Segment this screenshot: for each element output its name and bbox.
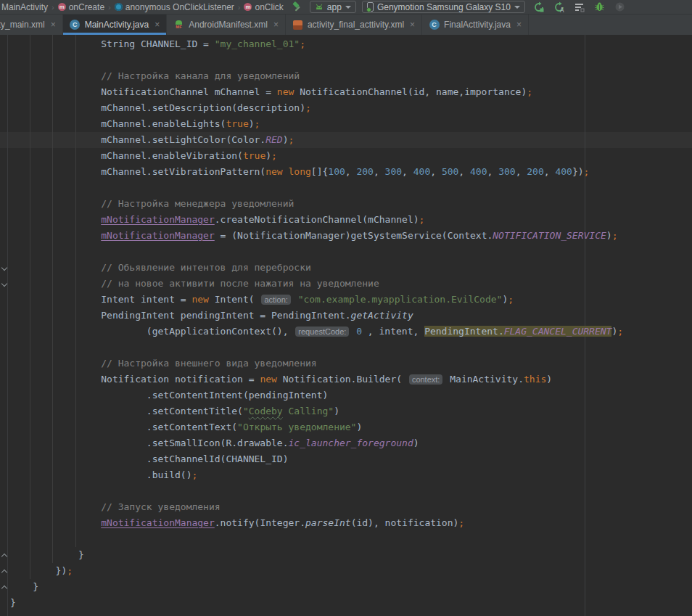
code-line[interactable]: }: [0, 547, 692, 563]
code-line[interactable]: mNotificationManager.notify(Integer.pars…: [0, 515, 692, 531]
fold-marker-icon[interactable]: [1, 552, 7, 558]
tab-label: FinalActtivity.java: [444, 20, 511, 30]
chevron-down-icon: [345, 6, 351, 9]
run-config-label: app: [327, 2, 342, 12]
code-line[interactable]: mChannel.setDescription(description);: [0, 100, 692, 116]
layout-xml-icon: [292, 20, 303, 30]
code-line[interactable]: // Запуск уведомления: [0, 499, 692, 515]
breadcrumb-label: onClick: [255, 2, 283, 12]
fold-marker-icon[interactable]: [1, 265, 7, 271]
device-phone-icon: [367, 2, 374, 12]
code-line[interactable]: mChannel.setVibrationPattern(new long[]{…: [0, 164, 692, 180]
code-editor[interactable]: String CHANNEL_ID = "my_channel_01"; // …: [0, 35, 692, 616]
code-line[interactable]: }: [0, 579, 692, 595]
code-line[interactable]: [0, 531, 692, 547]
code-line[interactable]: // Настройка канала для уведомлений: [0, 68, 692, 84]
code-line[interactable]: mNotificationManager = (NotificationMana…: [0, 228, 692, 244]
code-line[interactable]: });: [0, 563, 692, 579]
close-icon[interactable]: ×: [516, 20, 522, 30]
tab-FinalActtivity.java[interactable]: CFinalActtivity.java×: [422, 15, 529, 35]
code-line[interactable]: PendingIntent pendingIntent = PendingInt…: [0, 308, 692, 324]
method-icon: m: [58, 3, 66, 11]
breadcrumb-item[interactable]: monClick: [244, 2, 283, 12]
code-line[interactable]: }: [0, 595, 692, 611]
code-line[interactable]: // Настройка внешнего вида уведомления: [0, 356, 692, 371]
java-class-icon: C: [70, 20, 81, 30]
code-line[interactable]: [0, 244, 692, 260]
code-line[interactable]: [0, 483, 692, 499]
fold-marker-icon[interactable]: [1, 568, 7, 574]
code-line[interactable]: Intent intent = new Intent( action: "com…: [0, 292, 692, 308]
code-line[interactable]: (getApplicationContext(), requestCode: 0…: [0, 324, 692, 340]
tab-activity_final_acttivity.xml[interactable]: activity_final_acttivity.xml×: [286, 15, 422, 35]
breadcrumb-item[interactable]: monCreate: [58, 2, 104, 12]
code-area[interactable]: String CHANNEL_ID = "my_channel_01"; // …: [0, 36, 692, 611]
close-icon[interactable]: ×: [273, 20, 279, 30]
method-icon: m: [244, 3, 252, 11]
apply-code-changes-icon[interactable]: A: [553, 1, 566, 14]
code-line[interactable]: .setContentTitle("Codeby Calling"): [0, 403, 692, 419]
code-line[interactable]: // Настройка менеджера уведомлений: [0, 196, 692, 212]
toolbar-actions: A: [532, 1, 627, 14]
tab-label: AndroidManifest.xml: [189, 20, 268, 30]
editor-tab-bar: ity_main.xml×CMainActivity.java×MFAndroi…: [0, 15, 692, 35]
breadcrumb-separator: ›: [52, 3, 54, 12]
code-line[interactable]: mChannel.enableVibration(true);: [0, 148, 692, 164]
code-line[interactable]: // Обьявление интентов для переброски: [0, 260, 692, 276]
code-line[interactable]: [0, 340, 692, 356]
code-line[interactable]: mChannel.enableLights(true);: [0, 116, 692, 132]
profile-disabled-icon: [614, 1, 627, 14]
breadcrumb-item[interactable]: anonymous OnClickListener: [115, 2, 234, 12]
code-line[interactable]: .setContentIntent(pendingIntent): [0, 387, 692, 403]
breadcrumb: MainActivity›monCreate›anonymous OnClick…: [0, 2, 284, 12]
fold-marker-icon[interactable]: [1, 584, 7, 590]
java-class-icon: C: [429, 20, 440, 30]
breadcrumb-separator: ›: [108, 3, 111, 12]
code-line[interactable]: [0, 52, 692, 68]
tab-MainActivity.java[interactable]: CMainActivity.java×: [63, 15, 168, 35]
code-line[interactable]: .setSmallIcon(R.drawable.ic_launcher_for…: [0, 435, 692, 451]
breadcrumb-item[interactable]: MainActivity: [1, 2, 48, 12]
build-hammer-icon[interactable]: [291, 1, 304, 14]
code-line[interactable]: String CHANNEL_ID = "my_channel_01";: [0, 36, 692, 52]
main-toolbar: MainActivity›monCreate›anonymous OnClick…: [0, 0, 692, 15]
breadcrumb-separator: ›: [238, 3, 241, 12]
apply-changes-icon[interactable]: [532, 1, 545, 14]
chevron-down-icon: [514, 6, 520, 9]
manifest-icon: MF: [173, 20, 184, 30]
tab-label: ity_main.xml: [0, 20, 45, 30]
device-select[interactable]: Genymotion Samsung Galaxy S10: [362, 1, 525, 13]
code-line[interactable]: mNotificationManager.createNotificationC…: [0, 212, 692, 228]
breadcrumb-label: onCreate: [69, 2, 104, 12]
breadcrumb-label: anonymous OnClickListener: [125, 2, 234, 12]
device-label: Genymotion Samsung Galaxy S10: [377, 2, 511, 12]
tab-label: activity_final_acttivity.xml: [308, 20, 404, 30]
close-icon[interactable]: ×: [51, 20, 56, 30]
code-line[interactable]: mChannel.setLightColor(Color.RED);: [0, 132, 692, 148]
profiler-icon[interactable]: [573, 1, 586, 14]
close-icon[interactable]: ×: [155, 20, 160, 30]
code-line[interactable]: .setContentText("Открыть уведомление"): [0, 419, 692, 435]
code-line[interactable]: .setChannelId(CHANNEL_ID): [0, 451, 692, 467]
code-line[interactable]: .build();: [0, 467, 692, 483]
code-line[interactable]: // на новое активити после нажатия на ув…: [0, 276, 692, 292]
run-config-select[interactable]: app: [310, 1, 356, 13]
code-line[interactable]: Notification notification = new Notifica…: [0, 371, 692, 387]
code-line[interactable]: NotificationChannel mChannel = new Notif…: [0, 84, 692, 100]
anonymous-class-icon: [115, 3, 123, 11]
code-line[interactable]: [0, 180, 692, 196]
tab-ity_main.xml[interactable]: ity_main.xml×: [0, 15, 63, 35]
fold-marker-icon[interactable]: [1, 281, 7, 287]
debug-icon[interactable]: [593, 1, 606, 14]
breadcrumb-label: MainActivity: [1, 2, 48, 12]
tab-label: MainActivity.java: [85, 20, 149, 30]
tab-AndroidManifest.xml[interactable]: MFAndroidManifest.xml×: [167, 15, 286, 35]
svg-text:A: A: [560, 7, 564, 13]
close-icon[interactable]: ×: [410, 20, 415, 30]
android-robot-icon: [315, 2, 324, 12]
